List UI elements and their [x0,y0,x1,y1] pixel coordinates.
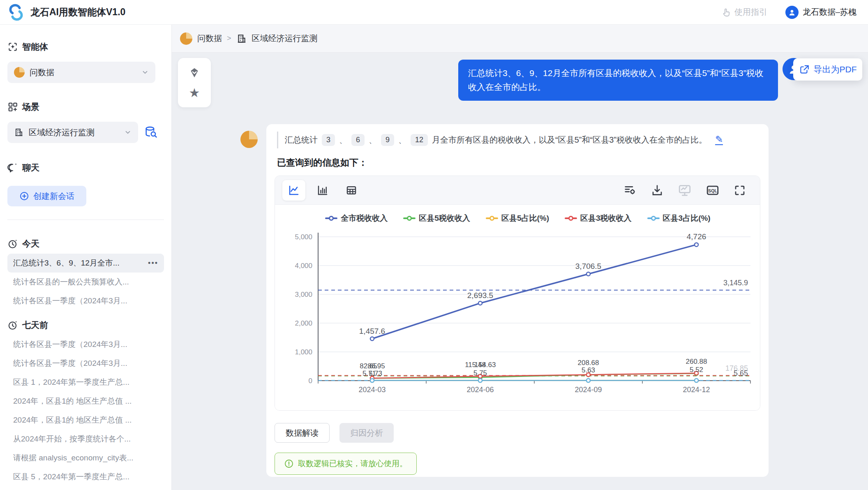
history-item[interactable]: 统计各区县一季度（2024年3月... [7,291,164,310]
result-intro: 已查询到的信息如下： [277,157,760,169]
data-point[interactable] [586,379,590,382]
export-pdf-label: 导出为PDF [814,64,857,75]
user-message-bubble: 汇总统计3、6、9、12月全市所有区县的税收收入，以及“区县5”和“区县3”税收… [458,60,778,101]
line-chart-icon [288,184,300,196]
agent-select[interactable]: 问数据 [7,62,155,83]
app-title: 龙石AI用数智能体V1.0 [30,6,125,18]
legend-item[interactable]: 区县5税收收入 [403,213,470,224]
agent-section-header: 智能体 [7,41,164,53]
person-icon [788,8,796,16]
history-item[interactable]: 统计各区县一季度（2024年3月... [7,335,164,354]
svg-text:1,000: 1,000 [295,348,312,356]
breadcrumb: 问数据 > 区域经济运行监测 [172,25,868,53]
history-item[interactable]: 统计各区县的一般公共预算收入... [7,273,164,291]
svg-text:2,693.5: 2,693.5 [467,291,493,300]
verified-note-text: 取数逻辑已核实，请放心使用。 [298,458,407,469]
svg-text:5.73: 5.73 [369,370,382,377]
export-pdf-button[interactable]: 导出为PDF [793,58,862,81]
data-point[interactable] [370,337,374,340]
svg-text:4,726: 4,726 [687,232,706,241]
data-point[interactable] [586,272,590,276]
svg-text:3,000: 3,000 [295,291,312,298]
question-number-chip[interactable]: 9 [381,134,394,146]
legend-item[interactable]: 区县3占比(%) [647,213,711,224]
user-message-text: 汇总统计3、6、9、12月全市所有区县的税收收入，以及“区县5”和“区县3”税收… [468,68,764,92]
data-interpret-button[interactable]: 数据解读 [275,423,330,443]
star-favorite-icon[interactable]: ★ [189,87,200,99]
legend-marker [325,216,337,221]
legend-item[interactable]: 区县3税收收入 [565,213,632,224]
question-number-chip[interactable]: 12 [411,134,428,146]
hand-pointer-icon [721,7,731,17]
breadcrumb-current: 区域经济运行监测 [252,33,318,44]
building-icon [14,127,24,137]
fullscreen-icon[interactable] [734,184,746,196]
clock-icon [7,238,18,249]
usage-guide-button[interactable]: 使用指引 [721,7,767,18]
question-suffix: 月全市所有区县的税收收入，以及“区县5”和“区县3”税收收入在全市的占比。 [432,134,707,146]
scene-select-value: 区域经济运行监测 [29,127,95,138]
history-item[interactable]: 你有什么表 [7,486,164,490]
plus-circle-icon [19,191,29,201]
history-item[interactable]: 2024年，区县1的 地区生产总值 ... [7,392,164,411]
legend-marker [647,216,660,221]
agent-icon [7,42,18,52]
database-search-icon[interactable] [144,125,158,139]
bar-chart-view-button[interactable] [311,180,334,201]
chevron-down-icon [124,129,132,136]
legend-item[interactable]: 全市税收收入 [325,213,388,224]
scene-grid-icon [7,102,18,112]
week-section-label: 七天前 [22,319,48,331]
data-point[interactable] [478,301,482,305]
svg-text:0: 0 [309,377,312,385]
edit-question-icon[interactable]: ✎ [715,135,723,145]
chip-separator: 、 [369,134,377,146]
data-point[interactable] [370,379,374,382]
history-item[interactable]: 区县 5，2024年第一季度生产总... [7,467,164,486]
item-menu-icon[interactable]: ••• [148,254,158,273]
svg-text:2024-06: 2024-06 [466,386,494,394]
attribution-analysis-button[interactable]: 归因分析 [339,423,394,443]
svg-text:2024-12: 2024-12 [683,386,710,394]
history-item[interactable]: 统计各区县一季度（2024年3月... [7,354,164,373]
history-item[interactable]: 区县 1，2024年第一季度生产总... [7,373,164,392]
agent-select-value: 问数据 [30,67,54,78]
line-chart-view-button[interactable] [282,180,305,201]
app-logo-icon [7,3,25,22]
svg-text:5.63: 5.63 [582,366,595,374]
verified-note: 取数逻辑已核实，请放心使用。 [275,453,417,475]
user-menu[interactable]: 龙石数据–苏槐 [785,6,856,19]
svg-text:2024-03: 2024-03 [358,386,386,394]
chat-bubble-icon [7,162,18,173]
scene-select[interactable]: 区域经济运行监测 [7,122,138,143]
chart-toolbar: SQL [275,176,760,205]
question-number-chip[interactable]: 6 [351,134,365,146]
display-settings-icon[interactable] [623,184,637,197]
sql-icon[interactable]: SQL [706,183,720,197]
svg-text:SQL: SQL [708,188,717,193]
svg-text:208.68: 208.68 [578,359,599,367]
new-chat-button[interactable]: 创建新会话 [7,186,86,206]
chat-section-label: 聊天 [22,162,39,173]
gem-badge-icon[interactable] [188,66,201,79]
today-section-label: 今天 [22,238,39,250]
question-number-chip[interactable]: 3 [322,134,335,146]
usage-guide-label: 使用指引 [734,7,767,18]
history-item[interactable]: 从2024年开始，按季度统计各个... [7,430,164,448]
chart-panel: SQL 全市税收收入区县5税收收入区县5占比(%)区县3税收收入区县3占比 [275,176,760,411]
history-item[interactable]: 2024年，区县1的 地区生产总值 ... [7,411,164,430]
history-item[interactable]: 请根据 analysis_economy_city表... [7,448,164,467]
table-view-button[interactable] [340,180,363,201]
dashboard-screen-icon[interactable] [678,183,692,197]
bar-chart-icon [316,184,329,196]
data-point[interactable] [695,379,698,382]
svg-text:2,000: 2,000 [295,319,312,327]
legend-item[interactable]: 区县5占比(%) [486,213,549,224]
pie-chart-icon [180,32,192,45]
history-item[interactable]: 汇总统计3、6、9、12月全市...••• [7,254,164,273]
data-point[interactable] [478,379,482,382]
download-icon[interactable] [651,184,664,197]
svg-text:154.63: 154.63 [475,361,496,369]
breadcrumb-root[interactable]: 问数据 [197,33,222,44]
data-point[interactable] [695,243,698,247]
